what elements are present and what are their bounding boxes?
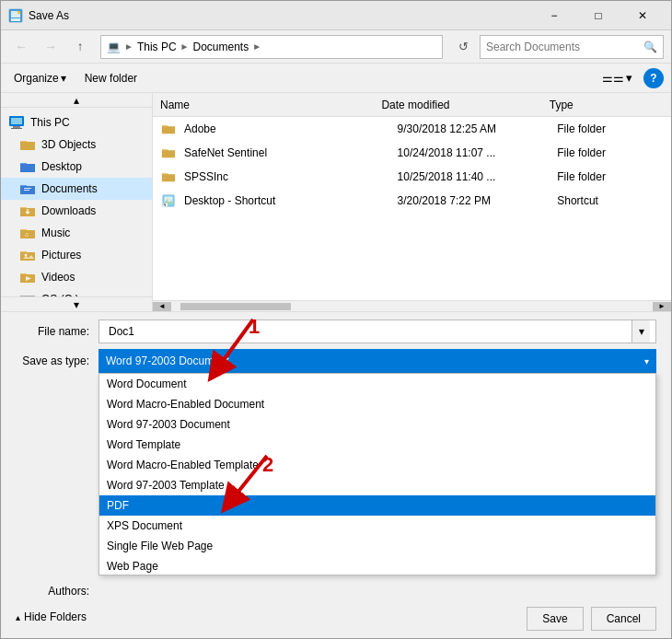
- close-button[interactable]: ✕: [621, 2, 664, 29]
- sidebar-item-downloads-label: Downloads: [41, 204, 96, 217]
- table-row[interactable]: SafeNet Sentinel 10/24/2018 11:07 ... Fi…: [153, 141, 671, 165]
- sidebar-item-3d-label: 3D Objects: [41, 138, 96, 151]
- save-as-window: Save As − □ ✕ ← → ↑ 💻 ► This PC ► Docume…: [0, 0, 672, 639]
- footer-row: ▴ Hide Folders Save Cancel: [16, 603, 656, 631]
- option-word-doc[interactable]: Word Document: [99, 374, 655, 394]
- sidebar-scroll-up[interactable]: ▴: [1, 93, 152, 108]
- search-input[interactable]: [486, 41, 640, 53]
- scroll-left-btn[interactable]: ◄: [153, 302, 171, 311]
- option-web[interactable]: Web Page: [99, 556, 655, 575]
- folder-docs-icon: [19, 180, 36, 197]
- file-type-safenet: File folder: [557, 146, 664, 159]
- sidebar-item-pictures-label: Pictures: [41, 249, 81, 261]
- file-date-safenet: 10/24/2018 11:07 ...: [398, 146, 558, 159]
- breadcrumb-thispc[interactable]: 💻: [107, 41, 121, 53]
- filename-input[interactable]: [105, 325, 631, 338]
- option-word-97[interactable]: Word 97-2003 Document: [99, 414, 655, 435]
- sidebar-item-music[interactable]: ♫ Music: [1, 222, 152, 244]
- refresh-button[interactable]: ↺: [450, 34, 476, 60]
- sidebar-item-osc[interactable]: OS (C:): [1, 288, 152, 296]
- table-row[interactable]: Adobe 9/30/2018 12:25 AM File folder: [153, 117, 671, 141]
- sidebar-item-music-label: Music: [41, 227, 70, 239]
- file-type-adobe: File folder: [557, 122, 664, 135]
- forward-button[interactable]: →: [38, 34, 64, 60]
- search-icon[interactable]: 🔍: [643, 41, 657, 53]
- sidebar-item-pictures[interactable]: Pictures: [1, 244, 152, 266]
- file-date-adobe: 9/30/2018 12:25 AM: [398, 122, 558, 135]
- minimize-button[interactable]: −: [533, 2, 575, 29]
- savetype-dropdown[interactable]: Word 97-2003 Document ▾: [98, 349, 656, 373]
- col-header-type[interactable]: Type: [550, 95, 664, 115]
- sidebar-item-desktop[interactable]: Desktop: [1, 156, 152, 178]
- folder-pictures-icon: [19, 247, 36, 263]
- second-toolbar: Organize ▾ New folder ⚌⚌ ▾ ?: [1, 64, 671, 93]
- new-folder-button[interactable]: New folder: [79, 68, 143, 88]
- save-button[interactable]: Save: [527, 607, 583, 631]
- option-word-97-template[interactable]: Word 97-2003 Template: [99, 475, 655, 495]
- breadcrumb-thispc-label[interactable]: This PC: [137, 41, 177, 53]
- col-header-name[interactable]: Name: [160, 95, 381, 115]
- maximize-button[interactable]: □: [577, 2, 620, 29]
- hide-folders-button[interactable]: ▴ Hide Folders: [16, 607, 87, 627]
- folder-music-icon: ♫: [19, 225, 36, 241]
- folder-icon: [160, 145, 177, 161]
- option-xps[interactable]: XPS Document: [99, 516, 655, 536]
- option-single-web[interactable]: Single File Web Page: [99, 536, 655, 556]
- folder-icon: [160, 121, 177, 137]
- horizontal-scrollbar[interactable]: ◄ ►: [153, 300, 671, 311]
- svg-rect-2: [17, 11, 20, 14]
- hide-folders-label: Hide Folders: [24, 610, 87, 623]
- view-icon: ⚌⚌: [602, 71, 624, 85]
- scroll-thumb[interactable]: [180, 303, 291, 310]
- organize-button[interactable]: Organize ▾: [8, 68, 72, 88]
- option-word-template[interactable]: Word Template: [99, 435, 655, 455]
- breadcrumb-documents-label[interactable]: Documents: [193, 41, 249, 53]
- folder-3d-icon: [19, 136, 36, 153]
- sidebar-item-videos[interactable]: Videos: [1, 266, 152, 288]
- savetype-dropdown-wrapper: Word 97-2003 Document ▾ Word Document Wo…: [98, 349, 656, 373]
- file-list: Adobe 9/30/2018 12:25 AM File folder Saf…: [153, 117, 671, 300]
- sidebar-item-thispc[interactable]: This PC: [1, 111, 152, 134]
- sidebar-item-videos-label: Videos: [41, 271, 75, 284]
- filename-input-wrapper: ▾: [98, 320, 656, 343]
- nav-toolbar: ← → ↑ 💻 ► This PC ► Documents ► ↺ 🔍: [1, 30, 671, 64]
- scroll-right-btn[interactable]: ►: [653, 302, 671, 311]
- option-pdf[interactable]: PDF: [99, 495, 655, 516]
- sidebar-item-3dobjects[interactable]: 3D Objects: [1, 134, 152, 156]
- sidebar-scroll-down[interactable]: ▾: [1, 296, 152, 311]
- table-row[interactable]: SPSSInc 10/25/2018 11:40 ... File folder: [153, 165, 671, 189]
- option-word-macro[interactable]: Word Macro-Enabled Document: [99, 394, 655, 414]
- filename-label: File name:: [16, 325, 98, 338]
- up-button[interactable]: ↑: [67, 34, 93, 60]
- help-button[interactable]: ?: [643, 68, 664, 88]
- filename-dropdown-btn[interactable]: ▾: [631, 320, 650, 343]
- folder-icon: [160, 168, 177, 185]
- sidebar-item-documents[interactable]: Documents: [1, 178, 152, 200]
- option-word-macro-template[interactable]: Word Macro-Enabled Template: [99, 455, 655, 475]
- window-icon: [8, 8, 23, 23]
- main-content: ▴ This PC 3D Objects: [1, 93, 671, 311]
- authors-label: Authors:: [16, 585, 98, 598]
- folder-videos-icon: [19, 269, 36, 285]
- title-bar: Save As − □ ✕: [1, 1, 671, 30]
- bottom-section: File name: ▾ Save as type: Word 97-2003 …: [1, 311, 671, 638]
- file-name-spssinc: SPSSInc: [184, 170, 398, 183]
- svg-rect-9: [24, 190, 29, 191]
- breadcrumb-bar[interactable]: 💻 ► This PC ► Documents ►: [100, 35, 443, 59]
- savetype-row: Save as type: Word 97-2003 Document ▾ Wo…: [16, 349, 656, 373]
- sidebar-item-thispc-label: This PC: [30, 116, 70, 129]
- svg-rect-5: [11, 118, 22, 124]
- cancel-button[interactable]: Cancel: [591, 607, 656, 631]
- back-button[interactable]: ←: [8, 34, 34, 60]
- file-type-desktop: Shortcut: [557, 194, 664, 207]
- table-row[interactable]: Desktop - Shortcut 3/20/2018 7:22 PM Sho…: [153, 189, 671, 213]
- sidebar-scroll: This PC 3D Objects Desktop: [1, 108, 152, 296]
- sidebar-item-desktop-label: Desktop: [41, 160, 82, 173]
- file-type-spssinc: File folder: [557, 170, 664, 183]
- sidebar-item-docs-label: Documents: [41, 182, 98, 195]
- sidebar-item-downloads[interactable]: Downloads: [1, 200, 152, 222]
- folder-desktop-icon: [19, 158, 36, 175]
- view-button[interactable]: ⚌⚌ ▾: [598, 67, 636, 88]
- file-name-desktop: Desktop - Shortcut: [184, 194, 398, 207]
- col-header-date[interactable]: Date modified: [381, 95, 549, 115]
